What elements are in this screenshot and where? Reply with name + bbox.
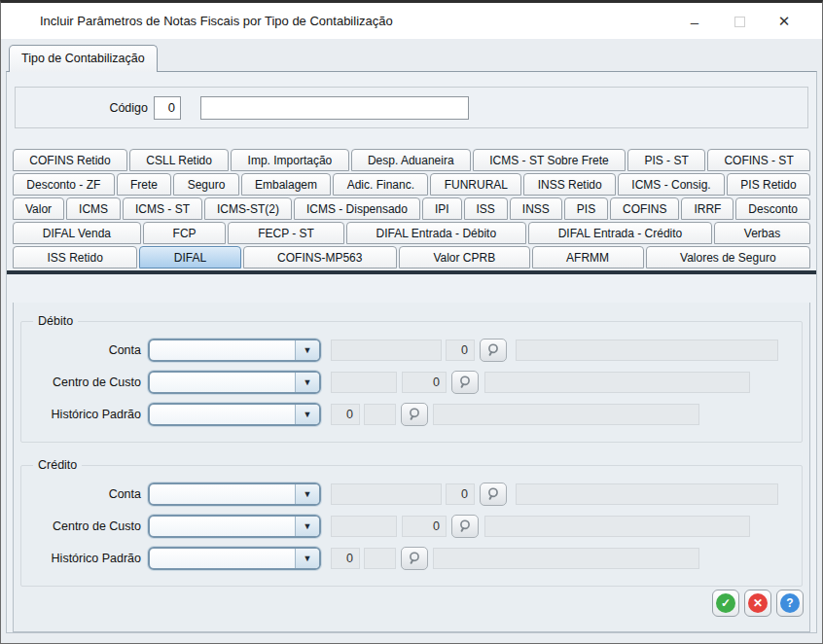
credito-centro-custo-code-field[interactable] [402, 516, 447, 537]
credito-historico-code-field[interactable] [331, 548, 360, 569]
debito-centro-custo-description-field[interactable] [484, 372, 750, 393]
tab-row-4: DIFAL Venda FCP FECP - ST DIFAL Entrada … [13, 222, 810, 244]
tab-difal-entrada-debito[interactable]: DIFAL Entrada - Débito [346, 222, 526, 244]
debito-historico-code-field[interactable] [331, 404, 360, 425]
footer-actions: ✓ ✕ ? [712, 590, 804, 617]
cancel-button[interactable]: ✕ [744, 590, 771, 617]
outer-tab-label: Tipo de Contabilização [21, 52, 145, 65]
centro-de-custo-label: Centro de Custo [21, 376, 148, 389]
tab-difal-venda[interactable]: DIFAL Venda [13, 222, 141, 244]
credito-historico-lookup-button[interactable] [401, 547, 428, 570]
debito-conta-description-field[interactable] [516, 340, 778, 361]
credito-centro-custo-lookup-button[interactable] [451, 515, 479, 538]
tab-inss-retido[interactable]: INSS Retido [523, 173, 616, 196]
tab-icms[interactable]: ICMS [66, 197, 121, 220]
debito-historico-field[interactable] [364, 404, 396, 425]
tab-valor[interactable]: Valor [13, 197, 64, 220]
tab-pis[interactable]: PIS [564, 197, 608, 220]
debito-centro-custo-lookup-button[interactable] [451, 371, 479, 394]
tab-verbas[interactable]: Verbas [714, 222, 810, 244]
chevron-down-icon: ▼ [295, 484, 319, 504]
credito-conta-dropdown[interactable]: ▼ [148, 483, 321, 506]
tab-funrural[interactable]: FUNRURAL [430, 173, 521, 196]
debito-historico-row: Histórico Padrão ▼ [21, 403, 802, 426]
tab-adic-financ[interactable]: Adic. Financ. [333, 173, 428, 196]
magnifier-icon [407, 551, 422, 566]
debito-historico-description-field[interactable] [433, 404, 699, 425]
debito-conta-code-field[interactable] [446, 340, 475, 361]
debito-conta-dropdown[interactable]: ▼ [148, 339, 321, 362]
tab-icms-st-2[interactable]: ICMS-ST(2) [204, 197, 292, 220]
credito-conta-lookup-button[interactable] [480, 483, 507, 506]
debito-centro-custo-code-field[interactable] [402, 372, 447, 393]
tab-icms-st-sobre-frete[interactable]: ICMS - ST Sobre Frete [473, 149, 626, 171]
tab-cofins[interactable]: COFINS [610, 197, 679, 220]
window-controls: – ✕ [672, 9, 806, 34]
close-button[interactable]: ✕ [762, 9, 806, 34]
debito-centro-custo-field[interactable] [331, 372, 397, 393]
tab-desconto[interactable]: Desconto [735, 197, 810, 220]
tab-difal[interactable]: DIFAL [139, 246, 240, 268]
window-title: Incluir Parâmetros de Notas Fiscais por … [1, 14, 393, 28]
tab-cofins-retido[interactable]: COFINS Retido [13, 149, 127, 171]
debito-conta-lookup-button[interactable] [480, 339, 507, 362]
check-icon: ✓ [716, 593, 735, 613]
credito-historico-dropdown[interactable]: ▼ [148, 547, 321, 570]
conta-label: Conta [21, 487, 148, 501]
tab-csll-retido[interactable]: CSLL Retido [129, 149, 229, 171]
magnifier-icon [407, 407, 422, 422]
codigo-input[interactable] [154, 96, 181, 120]
codigo-groupbox: Código [15, 87, 808, 128]
tab-pis-retido[interactable]: PIS Retido [727, 173, 810, 196]
credito-conta-description-field[interactable] [516, 483, 778, 505]
tab-afrmm[interactable]: AFRMM [532, 246, 644, 268]
debito-centro-custo-dropdown[interactable]: ▼ [148, 371, 321, 394]
credito-conta-row: Conta ▼ [21, 483, 802, 506]
tab-desp-aduaneira[interactable]: Desp. Aduaneira [351, 149, 471, 171]
credito-centro-custo-field[interactable] [331, 516, 397, 537]
credito-centro-custo-dropdown[interactable]: ▼ [148, 515, 321, 538]
minimize-icon: – [691, 14, 698, 30]
tab-frete[interactable]: Frete [117, 173, 172, 196]
tab-row-5: ISS Retido DIFAL COFINS-MP563 Valor CPRB… [13, 246, 810, 268]
tab-valor-cprb[interactable]: Valor CPRB [399, 246, 530, 268]
tab-fcp[interactable]: FCP [143, 222, 227, 244]
tab-cofins-st[interactable]: COFINS - ST [707, 149, 810, 171]
tab-difal-entrada-credito[interactable]: DIFAL Entrada - Crédito [528, 222, 712, 244]
dropdown-value [150, 484, 295, 504]
credito-conta-field[interactable] [331, 483, 442, 505]
credito-historico-field[interactable] [364, 548, 396, 569]
tab-pis-st[interactable]: PIS - ST [627, 149, 705, 171]
tab-icms-consig[interactable]: ICMS - Consig. [618, 173, 725, 196]
debito-historico-lookup-button[interactable] [401, 403, 428, 426]
tab-seguro[interactable]: Seguro [173, 173, 238, 196]
credito-centro-custo-description-field[interactable] [484, 516, 750, 537]
tab-tipo-de-contabilizacao[interactable]: Tipo de Contabilização [9, 45, 158, 72]
debito-historico-dropdown[interactable]: ▼ [148, 403, 321, 426]
dialog-window: Incluir Parâmetros de Notas Fiscais por … [0, 0, 823, 644]
difal-tab-content: Débito Conta ▼ Centro de Custo [13, 303, 810, 632]
tab-icms-dispensado[interactable]: ICMS - Dispensado [294, 197, 420, 220]
tab-ipi[interactable]: IPI [422, 197, 462, 220]
tab-embalagem[interactable]: Embalagem [241, 173, 332, 196]
tab-fecp-st[interactable]: FECP - ST [228, 222, 343, 244]
centro-de-custo-label: Centro de Custo [21, 519, 148, 533]
codigo-description-input[interactable] [200, 96, 469, 120]
tab-inss[interactable]: INSS [510, 197, 562, 220]
tab-iss[interactable]: ISS [464, 197, 508, 220]
tab-imp-importacao[interactable]: Imp. Importação [231, 149, 348, 171]
credito-historico-description-field[interactable] [433, 548, 699, 569]
tab-valores-de-seguro[interactable]: Valores de Seguro [646, 246, 810, 268]
debito-conta-field[interactable] [331, 340, 442, 361]
tab-icms-st[interactable]: ICMS - ST [123, 197, 202, 220]
maximize-button[interactable] [717, 9, 762, 34]
confirm-button[interactable]: ✓ [712, 590, 739, 617]
tab-irrf[interactable]: IRRF [681, 197, 734, 220]
credito-groupbox: Crédito Conta ▼ Centro de Custo [20, 458, 803, 587]
credito-conta-code-field[interactable] [446, 483, 475, 505]
tab-iss-retido[interactable]: ISS Retido [13, 246, 137, 268]
tab-cofins-mp563[interactable]: COFINS-MP563 [243, 246, 397, 268]
tab-desconto-zf[interactable]: Desconto - ZF [13, 173, 115, 196]
help-button[interactable]: ? [776, 590, 804, 617]
minimize-button[interactable]: – [672, 9, 717, 34]
